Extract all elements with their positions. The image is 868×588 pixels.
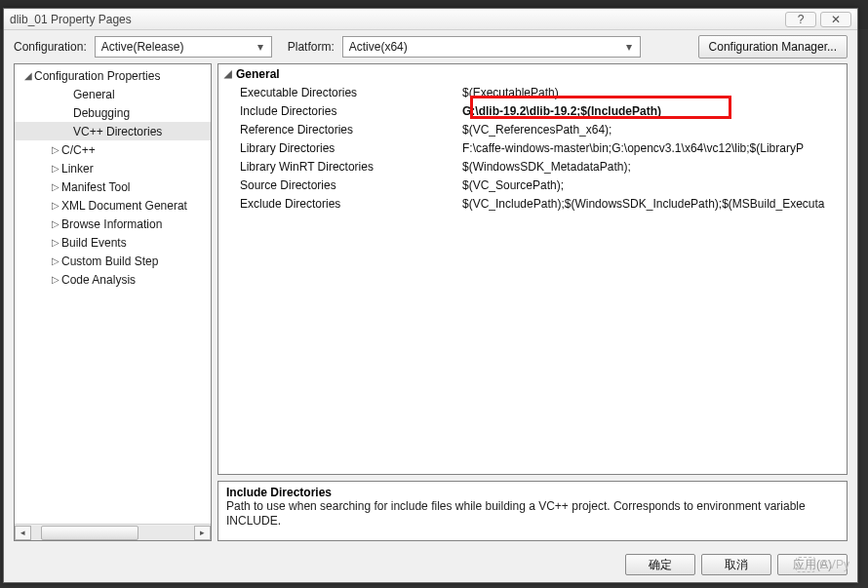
grid-row-name: Source Directories: [218, 178, 458, 192]
tree-item[interactable]: ▷Build Events: [15, 233, 211, 252]
grid-row-value[interactable]: G:\dlib-19.2\dlib-19.2;$(IncludePath): [458, 104, 847, 118]
tree-item[interactable]: ▷Custom Build Step: [15, 252, 211, 270]
grid-row-name: Include Directories: [218, 104, 458, 118]
tree-item-label: Code Analysis: [61, 273, 136, 287]
grid-row-name: Executable Directories: [218, 86, 458, 99]
tree-item-label: Manifest Tool: [61, 180, 130, 194]
chevron-down-icon: ◢: [22, 70, 34, 81]
grid-row[interactable]: Library DirectoriesF:\caffe-windows-mast…: [218, 138, 847, 157]
grid-row[interactable]: Executable Directories$(ExecutablePath): [218, 83, 847, 101]
window-title: dlib_01 Property Pages: [10, 13, 132, 26]
chevron-right-icon: ▷: [50, 255, 61, 266]
platform-combo[interactable]: Active(x64) ▾: [342, 36, 641, 58]
scroll-left-icon[interactable]: ◂: [15, 526, 31, 540]
tree-item-label: Browse Information: [61, 217, 162, 231]
description-body: Path to use when searching for include f…: [226, 499, 839, 529]
tree-hscrollbar[interactable]: ◂ ▸: [15, 524, 211, 540]
tree-item[interactable]: ▷Manifest Tool: [15, 177, 211, 196]
config-tree[interactable]: ◢Configuration PropertiesGeneralDebuggin…: [15, 64, 211, 524]
ok-button[interactable]: 确定: [625, 554, 695, 575]
config-toolbar: Configuration: Active(Release) ▾ Platfor…: [4, 30, 857, 63]
property-pages-dialog: dlib_01 Property Pages ? ✕ Configuration…: [3, 8, 858, 583]
grid-row-value[interactable]: $(VC_ReferencesPath_x64);: [458, 123, 847, 137]
chevron-right-icon: ▷: [50, 237, 61, 248]
grid-row-name: Reference Directories: [218, 123, 458, 137]
chevron-down-icon: ▾: [254, 40, 267, 54]
tree-item[interactable]: ▷Linker: [15, 159, 211, 177]
tree-item-label: General: [73, 88, 115, 101]
chevron-right-icon: ▷: [50, 200, 61, 211]
description-box: Include Directories Path to use when sea…: [217, 481, 848, 541]
tree-item-label: Build Events: [61, 236, 127, 250]
tree-item-label: C/C++: [61, 143, 96, 157]
chevron-down-icon: ◢: [224, 68, 236, 79]
grid-row-value[interactable]: $(WindowsSDK_MetadataPath);: [458, 160, 847, 174]
tree-item-label: Debugging: [73, 106, 130, 120]
close-icon[interactable]: ✕: [820, 12, 851, 27]
chevron-right-icon: ▷: [50, 218, 61, 229]
scroll-right-icon[interactable]: ▸: [194, 526, 211, 540]
cancel-button[interactable]: 取消: [701, 554, 771, 575]
tree-item-label: XML Document Generat: [61, 199, 187, 213]
tree-item-label: VC++ Directories: [73, 125, 162, 138]
grid-row-value[interactable]: $(ExecutablePath): [458, 86, 847, 99]
chevron-right-icon: ▷: [50, 274, 61, 285]
tree-item[interactable]: ▷XML Document Generat: [15, 196, 211, 215]
chevron-right-icon: ▷: [50, 144, 61, 155]
grid-row[interactable]: Exclude Directories$(VC_IncludePath);$(W…: [218, 194, 847, 213]
chevron-down-icon: ▾: [622, 40, 636, 54]
tree-root-label: Configuration Properties: [34, 69, 160, 83]
apply-button[interactable]: 应用(A): [777, 554, 848, 575]
grid-row-name: Library Directories: [218, 141, 458, 155]
grid-group-header[interactable]: ◢General: [218, 64, 847, 83]
grid-row-name: Exclude Directories: [218, 197, 458, 211]
tree-item[interactable]: ▷Browse Information: [15, 215, 211, 233]
tree-item[interactable]: ▷C/C++: [15, 140, 211, 159]
tree-root[interactable]: ◢Configuration Properties: [15, 66, 211, 85]
configuration-combo[interactable]: Active(Release) ▾: [95, 36, 272, 58]
help-icon[interactable]: ?: [785, 12, 816, 27]
dialog-buttons: 确定 取消 应用(A): [4, 547, 857, 582]
configuration-value: Active(Release): [101, 40, 254, 54]
property-grid[interactable]: ◢GeneralExecutable Directories$(Executab…: [217, 63, 848, 475]
grid-row-name: Library WinRT Directories: [218, 160, 458, 174]
grid-row-value[interactable]: $(VC_IncludePath);$(WindowsSDK_IncludePa…: [458, 197, 847, 211]
tree-item[interactable]: General: [15, 85, 211, 103]
chevron-right-icon: ▷: [50, 163, 61, 174]
chevron-right-icon: ▷: [50, 181, 61, 192]
grid-row-value[interactable]: $(VC_SourcePath);: [458, 178, 847, 192]
grid-row[interactable]: Library WinRT Directories$(WindowsSDK_Me…: [218, 157, 847, 176]
configuration-label: Configuration:: [14, 40, 87, 54]
scroll-thumb[interactable]: [41, 526, 138, 540]
tree-pane: ◢Configuration PropertiesGeneralDebuggin…: [14, 63, 212, 541]
tree-item[interactable]: Debugging: [15, 103, 211, 122]
platform-value: Active(x64): [349, 40, 622, 54]
tree-item-label: Custom Build Step: [61, 255, 158, 268]
scroll-track[interactable]: [31, 526, 194, 540]
tree-item-label: Linker: [61, 162, 94, 176]
grid-row[interactable]: Include DirectoriesG:\dlib-19.2\dlib-19.…: [218, 101, 847, 120]
grid-row[interactable]: Source Directories$(VC_SourcePath);: [218, 176, 847, 194]
platform-label: Platform:: [288, 40, 335, 54]
configuration-manager-button[interactable]: Configuration Manager...: [698, 35, 848, 59]
grid-row-value[interactable]: F:\caffe-windows-master\bin;G:\opencv3.1…: [458, 141, 847, 155]
titlebar[interactable]: dlib_01 Property Pages ? ✕: [4, 9, 857, 30]
tree-item[interactable]: ▷Code Analysis: [15, 270, 211, 289]
tree-item[interactable]: VC++ Directories: [15, 122, 211, 140]
description-title: Include Directories: [226, 486, 839, 499]
grid-row[interactable]: Reference Directories$(VC_ReferencesPath…: [218, 120, 847, 138]
grid-group-label: General: [236, 67, 280, 81]
